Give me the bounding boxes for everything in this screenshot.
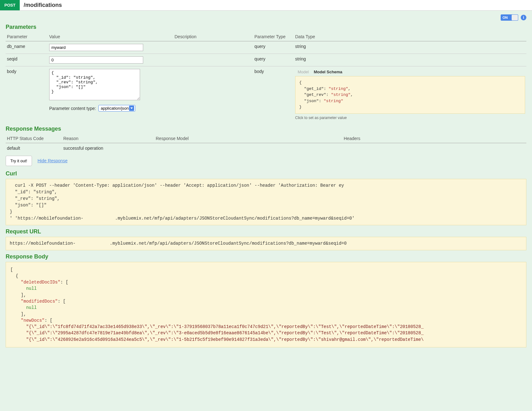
- try-it-out-button[interactable]: Try it out!: [6, 156, 32, 166]
- auth-toggle[interactable]: ON: [501, 14, 518, 21]
- response-row: default successful operation: [6, 143, 526, 153]
- parameters-table: Parameter Value Description Parameter Ty…: [6, 32, 526, 122]
- curl-box: curl -X POST --header 'Content-Type: app…: [6, 179, 526, 225]
- param-row-body: body Parameter content type: application…: [6, 66, 526, 122]
- col-model: Response Model: [154, 134, 342, 143]
- request-url-title: Request URL: [6, 228, 526, 235]
- operation-header: POST /modifications: [0, 0, 532, 11]
- col-parameter: Parameter: [6, 32, 48, 41]
- col-reason: Reason: [62, 134, 154, 143]
- col-value: Value: [48, 32, 173, 41]
- param-name: body: [6, 66, 48, 122]
- param-name: db_name: [6, 41, 48, 54]
- data-type: string: [294, 41, 526, 54]
- body-textarea[interactable]: [49, 69, 140, 100]
- model-tab[interactable]: Model: [295, 69, 311, 75]
- col-parameter-type: Parameter Type: [253, 32, 294, 41]
- request-url-box: https://mobilefoundation- .mybluemix.net…: [6, 237, 526, 250]
- toggle-label: ON: [501, 16, 508, 19]
- param-type: query: [253, 54, 294, 66]
- toggle-knob: [512, 15, 518, 20]
- response-messages-title: Response Messages: [6, 126, 526, 132]
- param-row-db-name: db_name query string: [6, 41, 526, 54]
- param-type: body: [253, 66, 294, 122]
- param-name: seqid: [6, 54, 48, 66]
- http-method-badge[interactable]: POST: [0, 0, 20, 10]
- data-type: string: [294, 54, 526, 66]
- reason: successful operation: [62, 143, 154, 153]
- parameters-title: Parameters: [6, 24, 526, 30]
- response-messages-table: HTTP Status Code Reason Response Model H…: [6, 134, 526, 153]
- col-data-type: Data Type: [294, 32, 526, 41]
- response-body-box: [ { "deletedDocIDs": [ null ], "modified…: [6, 262, 526, 348]
- curl-title: Curl: [6, 170, 526, 177]
- hide-response-link[interactable]: Hide Response: [38, 158, 68, 163]
- response-body-title: Response Body: [6, 253, 526, 260]
- db-name-input[interactable]: [49, 44, 143, 51]
- endpoint-path[interactable]: /modifications: [20, 0, 532, 10]
- param-row-seqid: seqid query string: [6, 54, 526, 66]
- info-icon[interactable]: i: [521, 15, 526, 20]
- click-hint: Click to set as parameter value: [295, 116, 525, 120]
- col-description: Description: [173, 32, 253, 41]
- model-schema-tab[interactable]: Model Schema: [311, 69, 345, 75]
- col-status: HTTP Status Code: [6, 134, 62, 143]
- pct-label: Parameter content type:: [49, 106, 96, 111]
- status-code: default: [6, 143, 62, 153]
- content-type-select[interactable]: application/json: [98, 105, 135, 112]
- param-type: query: [253, 41, 294, 54]
- col-headers: Headers: [342, 134, 526, 143]
- seqid-input[interactable]: [49, 56, 143, 64]
- model-schema-box[interactable]: { "get_id": "string", "get_rev": "string…: [295, 76, 525, 114]
